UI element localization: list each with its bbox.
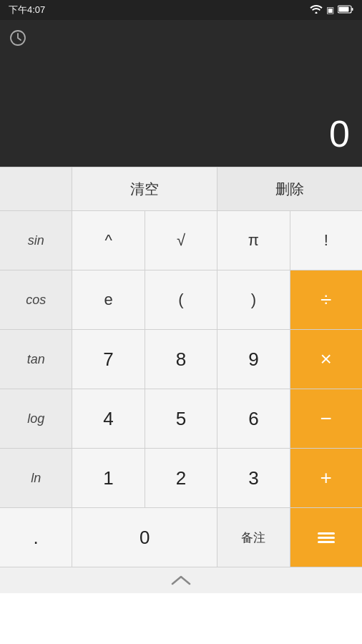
battery-icon <box>338 5 353 16</box>
factorial-button[interactable]: ! <box>290 211 362 270</box>
delete-button[interactable]: 删除 <box>217 167 362 210</box>
svg-rect-6 <box>318 541 335 543</box>
num-0-button[interactable]: 0 <box>72 508 217 567</box>
ln-button[interactable]: ln <box>0 449 72 507</box>
svg-rect-5 <box>318 537 335 539</box>
num-7-button[interactable]: 7 <box>72 330 144 389</box>
num-2-button[interactable]: 2 <box>145 449 217 507</box>
svg-rect-4 <box>318 532 335 535</box>
history-icon[interactable] <box>9 29 29 49</box>
clear-button[interactable]: 清空 <box>72 167 217 210</box>
equals-button[interactable] <box>290 508 362 567</box>
cos-button[interactable]: cos <box>0 270 72 329</box>
sqrt-button[interactable]: √ <box>145 211 217 270</box>
num-6-button[interactable]: 6 <box>217 389 289 448</box>
num-1-button[interactable]: 1 <box>72 449 144 507</box>
sin-button[interactable]: sin <box>0 211 72 270</box>
calculator-display: 0 <box>0 20 362 167</box>
num-8-button[interactable]: 8 <box>145 330 217 389</box>
dot-button[interactable]: . <box>0 508 72 567</box>
divide-button[interactable]: ÷ <box>290 270 362 329</box>
num-9-button[interactable]: 9 <box>217 330 289 389</box>
num-5-button[interactable]: 5 <box>145 389 217 448</box>
chevron-up-button[interactable] <box>0 567 362 593</box>
lparen-button[interactable]: ( <box>145 270 217 329</box>
status-time: 下午4:07 <box>9 4 45 16</box>
e-button[interactable]: e <box>72 270 144 329</box>
multiply-button[interactable]: × <box>290 330 362 389</box>
rparen-button[interactable]: ) <box>217 270 289 329</box>
num-4-button[interactable]: 4 <box>72 389 144 448</box>
status-icons: ▣ <box>310 4 353 16</box>
pi-button[interactable]: π <box>217 211 289 270</box>
power-button[interactable]: ^ <box>72 211 144 270</box>
wifi-icon <box>310 4 323 16</box>
log-button[interactable]: log <box>0 389 72 448</box>
subtract-button[interactable]: − <box>290 389 362 448</box>
svg-rect-2 <box>352 8 353 11</box>
empty-cell <box>0 167 72 210</box>
num-3-button[interactable]: 3 <box>217 449 289 507</box>
svg-rect-1 <box>339 6 349 11</box>
memo-button[interactable]: 备注 <box>217 508 289 567</box>
tan-button[interactable]: tan <box>0 330 72 389</box>
add-button[interactable]: + <box>290 449 362 507</box>
display-value: 0 <box>329 112 351 155</box>
status-bar: 下午4:07 ▣ <box>0 0 362 20</box>
sim-icon: ▣ <box>326 5 334 15</box>
calculator-grid: 清空 删除 sin ^ √ π ! cos e ( ) ÷ tan 7 8 9 … <box>0 167 362 593</box>
